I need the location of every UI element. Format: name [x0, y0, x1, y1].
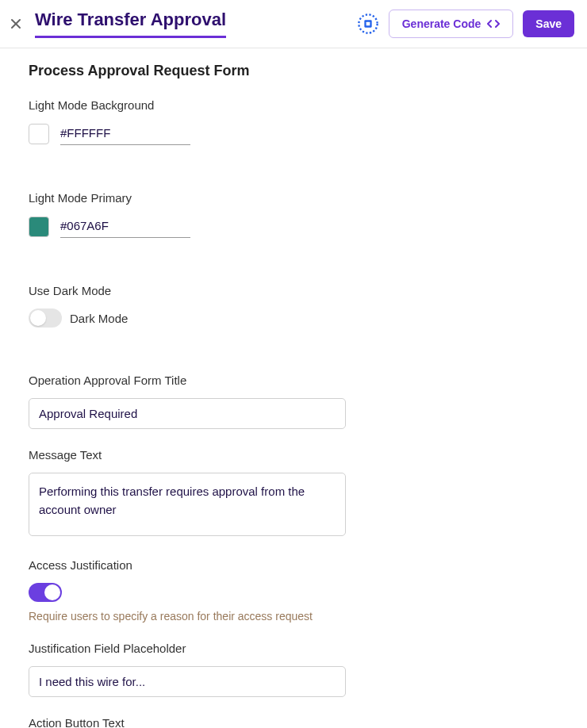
message-text-label: Message Text	[29, 448, 558, 462]
light-primary-row	[29, 216, 558, 238]
light-bg-input[interactable]	[60, 123, 190, 145]
svg-rect-4	[366, 22, 370, 26]
light-primary-swatch[interactable]	[29, 216, 49, 237]
dark-mode-toggle[interactable]	[29, 308, 62, 328]
toggle-knob	[44, 584, 60, 600]
generate-code-label: Generate Code	[402, 17, 481, 30]
form-title-label: Operation Approval Form Title	[29, 374, 558, 387]
light-bg-swatch[interactable]	[29, 124, 49, 144]
save-label: Save	[535, 17, 562, 30]
light-primary-label: Light Mode Primary	[29, 191, 558, 205]
close-icon	[10, 17, 22, 30]
dark-mode-toggle-label: Dark Mode	[70, 312, 128, 325]
dark-mode-row: Dark Mode	[29, 308, 558, 328]
access-justification-toggle[interactable]	[29, 583, 62, 602]
dark-mode-label: Use Dark Mode	[29, 284, 558, 297]
code-icon	[487, 18, 500, 29]
header: Wire Transfer Approval Generate Code Sav…	[0, 0, 587, 48]
page-title: Wire Transfer Approval	[35, 10, 226, 37]
access-justification-label: Access Justification	[29, 558, 558, 572]
generate-code-button[interactable]: Generate Code	[389, 10, 514, 38]
save-button[interactable]: Save	[523, 10, 574, 37]
close-button[interactable]	[6, 14, 25, 33]
justification-placeholder-label: Justification Field Placeholder	[29, 642, 558, 655]
toggle-knob	[30, 310, 46, 326]
form-content: Process Approval Request Form Light Mode…	[0, 48, 587, 728]
access-justification-row	[29, 583, 558, 602]
access-justification-helper: Require users to specify a reason for th…	[29, 610, 558, 623]
form-title-input[interactable]	[29, 398, 346, 429]
light-bg-label: Light Mode Background	[29, 98, 558, 112]
action-button-label: Action Button Text	[29, 716, 558, 728]
section-title: Process Approval Request Form	[29, 63, 558, 79]
light-bg-row	[29, 123, 558, 145]
chip-icon	[357, 13, 379, 35]
light-primary-input[interactable]	[60, 216, 190, 238]
message-text-input[interactable]	[29, 473, 346, 536]
justification-placeholder-input[interactable]	[29, 666, 346, 697]
